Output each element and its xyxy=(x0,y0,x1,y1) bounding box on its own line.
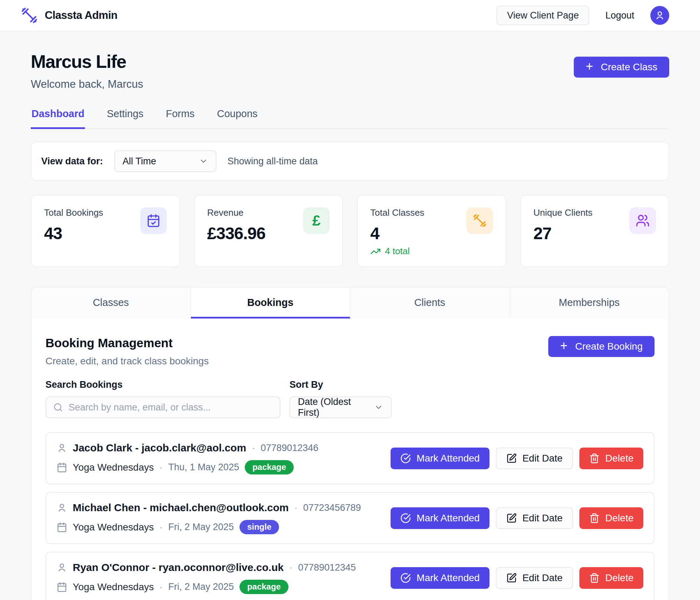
mark-attended-button[interactable]: Mark Attended xyxy=(391,507,490,529)
chevron-down-icon xyxy=(374,403,383,412)
check-circle-icon xyxy=(400,513,411,523)
create-class-button[interactable]: + Create Class xyxy=(574,57,669,78)
chevron-down-icon xyxy=(199,157,208,166)
time-range-select[interactable]: All Time xyxy=(114,150,216,172)
edit-date-button[interactable]: Edit Date xyxy=(496,507,573,529)
stat-value: 43 xyxy=(44,224,103,243)
stat-title: Unique Clients xyxy=(534,207,593,218)
create-booking-button[interactable]: + Create Booking xyxy=(548,336,655,357)
filter-label: View data for: xyxy=(41,156,103,167)
stat-value: £336.96 xyxy=(207,224,266,243)
tab-settings[interactable]: Settings xyxy=(106,108,144,129)
booking-name-email: Michael Chen - michael.chen@outlook.com xyxy=(73,502,289,514)
calendar-icon xyxy=(57,462,67,473)
booking-panel-head: Booking Management Create, edit, and tra… xyxy=(45,336,655,367)
users-icon xyxy=(629,207,656,234)
stat-card-total-classes: Total Classes 4 4 total xyxy=(357,195,506,267)
data-filter-card: View data for: All Time Showing all-time… xyxy=(31,142,669,181)
calendar-icon xyxy=(57,582,67,592)
trash-icon xyxy=(589,453,600,464)
stats-row: Total Bookings 43 Revenue £336.96 £ xyxy=(31,195,669,267)
stat-title: Total Classes xyxy=(370,207,424,218)
header-actions: View Client Page Logout xyxy=(497,6,669,25)
stat-card-revenue: Revenue £336.96 £ xyxy=(194,195,343,267)
booking-row: Michael Chen - michael.chen@outlook.com … xyxy=(45,492,655,544)
tab-classes[interactable]: Classes xyxy=(31,287,191,319)
tab-memberships[interactable]: Memberships xyxy=(510,287,669,319)
booking-row: Ryan O'Connor - ryan.oconnor@live.co.uk … xyxy=(45,552,655,600)
sort-label: Sort By xyxy=(290,379,392,390)
dumbbell-icon xyxy=(21,7,38,24)
plus-icon: + xyxy=(586,60,593,73)
delete-button[interactable]: Delete xyxy=(579,567,643,589)
sort-select[interactable]: Date (Oldest First) xyxy=(290,397,392,418)
filter-status-text: Showing all-time data xyxy=(228,156,318,167)
plus-icon: + xyxy=(560,340,567,352)
edit-date-button[interactable]: Edit Date xyxy=(496,567,573,589)
tab-clients[interactable]: Clients xyxy=(350,287,510,319)
tab-bookings[interactable]: Bookings xyxy=(191,287,350,319)
booking-controls: Search Bookings Sort By Date (Oldest Fir… xyxy=(45,379,655,418)
person-icon xyxy=(57,502,67,513)
search-icon xyxy=(53,402,63,412)
booking-date: Thu, 1 May 2025 xyxy=(168,462,239,473)
calendar-icon xyxy=(57,522,67,533)
trash-icon xyxy=(589,573,600,583)
user-icon xyxy=(655,10,665,21)
section-subtitle: Create, edit, and track class bookings xyxy=(45,356,209,367)
tab-coupons[interactable]: Coupons xyxy=(216,108,258,129)
tab-dashboard[interactable]: Dashboard xyxy=(31,108,85,129)
stat-title: Total Bookings xyxy=(44,207,103,218)
primary-nav-tabs: Dashboard Settings Forms Coupons xyxy=(31,108,669,129)
booking-class: Yoga Wednesdays xyxy=(73,581,154,593)
booking-name-email: Jacob Clark - jacob.clark@aol.com xyxy=(73,442,246,454)
search-label: Search Bookings xyxy=(45,379,280,390)
trash-icon xyxy=(589,513,600,523)
pencil-square-icon xyxy=(506,513,517,523)
page-head: Marcus Life Welcome back, Marcus + Creat… xyxy=(31,52,669,91)
pencil-square-icon xyxy=(506,573,517,583)
welcome-text: Welcome back, Marcus xyxy=(31,78,143,91)
logout-button[interactable]: Logout xyxy=(605,10,634,21)
stat-value: 4 xyxy=(370,224,424,243)
delete-button[interactable]: Delete xyxy=(579,507,643,529)
mark-attended-button[interactable]: Mark Attended xyxy=(391,567,490,589)
section-tabs: Classes Bookings Clients Memberships xyxy=(31,287,669,319)
booking-type-badge: single xyxy=(240,520,279,534)
booking-class: Yoga Wednesdays xyxy=(73,462,154,473)
booking-class: Yoga Wednesdays xyxy=(73,522,154,533)
avatar[interactable] xyxy=(650,6,669,25)
booking-list: Jacob Clark - jacob.clark@aol.com · 0778… xyxy=(45,432,655,600)
dumbbell-icon xyxy=(466,207,493,234)
person-icon xyxy=(57,562,67,573)
person-icon xyxy=(57,443,67,453)
main-content: Marcus Life Welcome back, Marcus + Creat… xyxy=(0,52,700,600)
view-client-page-button[interactable]: View Client Page xyxy=(497,6,589,25)
booking-phone: 07723456789 xyxy=(303,502,361,513)
check-circle-icon xyxy=(400,573,411,583)
calendar-check-icon xyxy=(140,207,167,234)
management-panel: Classes Bookings Clients Memberships Boo… xyxy=(31,287,669,600)
delete-button[interactable]: Delete xyxy=(579,448,643,469)
tab-forms[interactable]: Forms xyxy=(165,108,195,129)
page-title: Marcus Life xyxy=(31,52,143,72)
stat-card-total-bookings: Total Bookings 43 xyxy=(31,195,180,267)
booking-row: Jacob Clark - jacob.clark@aol.com · 0778… xyxy=(45,432,655,484)
booking-type-badge: package xyxy=(240,580,288,594)
booking-phone: 07789012345 xyxy=(298,562,356,573)
booking-name-email: Ryan O'Connor - ryan.oconnor@live.co.uk xyxy=(73,562,284,573)
booking-phone: 07789012346 xyxy=(260,443,318,453)
booking-type-badge: package xyxy=(245,460,294,474)
search-input[interactable] xyxy=(45,397,280,418)
stat-title: Revenue xyxy=(207,207,266,218)
pound-icon: £ xyxy=(303,207,330,234)
booking-date: Fri, 2 May 2025 xyxy=(168,581,234,592)
section-title: Booking Management xyxy=(45,336,209,350)
mark-attended-button[interactable]: Mark Attended xyxy=(391,448,490,469)
edit-date-button[interactable]: Edit Date xyxy=(496,448,573,469)
check-circle-icon xyxy=(400,453,411,464)
stat-value: 27 xyxy=(534,224,593,243)
pencil-square-icon xyxy=(506,453,517,464)
app-header: Classta Admin View Client Page Logout xyxy=(0,0,700,31)
trending-up-icon xyxy=(370,246,381,257)
